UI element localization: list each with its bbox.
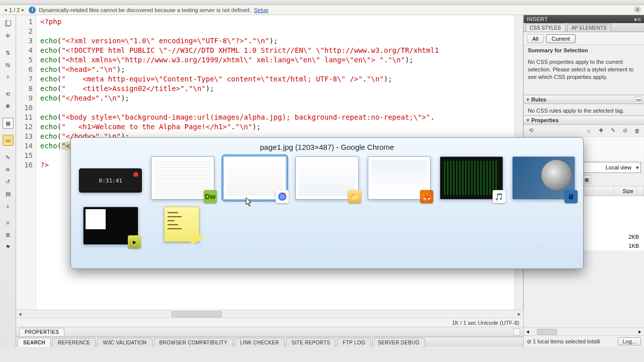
thumb-sticky-notes[interactable]: ▬▬▬▬▬▬▬▬▬▬▬▬▬▬▬▬ — [164, 207, 199, 242]
pager[interactable]: ◂ 1 / 2 ▸ — [3, 7, 26, 13]
video-icon: ▸ — [128, 235, 141, 248]
thumb-dreamweaver[interactable]: Dw — [151, 156, 214, 200]
all-button[interactable]: All — [527, 34, 544, 43]
insert-panel-header[interactable]: INSERT▾≡ — [524, 15, 644, 23]
disable-icon[interactable]: ⊘ — [621, 127, 629, 135]
tool-icon[interactable]: ✢ — [3, 30, 14, 41]
rules-header[interactable]: ▾Rules▭ — [524, 95, 644, 104]
properties-iconrow: ⟲ ⟐ ✚ ✎ ⊘ 🗑 — [524, 125, 644, 137]
line-nums-icon[interactable]: ⟲ — [3, 88, 14, 100]
alt-tab-switcher[interactable]: page1.jpg (1203×487) - Google Chrome 0:3… — [70, 137, 584, 269]
close-infobar-icon[interactable]: ✕ — [634, 6, 641, 13]
current-button[interactable]: Current — [546, 34, 576, 43]
recent-icon[interactable]: ↺ — [3, 176, 14, 187]
format-icon[interactable]: ≡ — [3, 217, 14, 228]
pager-text: 1 / 2 — [9, 7, 20, 13]
thumb-audio[interactable]: 🎵 — [440, 156, 503, 200]
chrome-icon — [276, 190, 289, 203]
chevron-down-icon: ▾ — [636, 164, 639, 171]
thumb-video[interactable]: ▸ — [83, 207, 138, 245]
monitor-icon: 🖥 — [565, 190, 578, 203]
results-tab[interactable]: W3C VALIDATION — [97, 338, 152, 347]
thumb-chrome[interactable] — [223, 156, 286, 200]
info-message: Dynamically-related files cannot be disc… — [39, 7, 251, 13]
info-icon: i — [29, 7, 36, 14]
properties-bar: PROPERTIES — [16, 327, 523, 337]
attach-icon[interactable]: ⟐ — [585, 127, 593, 135]
alt-tab-title: page1.jpg (1203×487) - Google Chrome — [79, 143, 575, 151]
panel-menu-icon[interactable]: ▾≡ — [634, 16, 641, 23]
log-button[interactable]: Log... — [618, 337, 641, 345]
rules-menu-icon[interactable]: ▭ — [635, 97, 642, 104]
thumb-desktop[interactable]: 🖥 — [512, 156, 575, 200]
results-tab[interactable]: SEARCH — [18, 338, 51, 347]
summary-title: Summary for Selection — [524, 45, 644, 55]
trash-icon[interactable]: 🗑 — [633, 127, 641, 135]
setup-link[interactable]: Setup — [254, 7, 269, 13]
format2-icon[interactable]: ≣ — [3, 229, 14, 240]
new-rule-icon[interactable]: ✚ — [597, 127, 605, 135]
edit-rule-icon[interactable]: ✎ — [609, 127, 617, 135]
link-icon[interactable]: ⟲ — [527, 127, 535, 135]
tab-ap-elements[interactable]: AP ELEMENTS — [567, 24, 611, 32]
folder-icon: 📁 — [348, 190, 361, 203]
thumb-recorder[interactable]: 0:31:41 — [79, 168, 142, 193]
properties-menu-icon[interactable] — [513, 328, 520, 335]
firefox-icon: 🦊 — [420, 190, 433, 203]
results-tab[interactable]: SITE REPORTS — [286, 338, 336, 347]
horizontal-scrollbar[interactable]: ◂▸ — [16, 310, 523, 318]
prev-icon[interactable]: ◂ — [3, 8, 8, 13]
sticky-peel-icon — [191, 234, 207, 248]
highlight-icon[interactable]: ❋ — [3, 101, 14, 112]
open-docs-icon[interactable] — [3, 18, 14, 29]
results-tab[interactable]: REFERENCE — [52, 338, 96, 347]
files-hscroll[interactable]: ◂▸ — [524, 327, 644, 335]
css-panel-tabs: CSS STYLES AP ELEMENTS — [524, 23, 644, 32]
rules-body: No CSS rules apply to the selected tag. — [524, 104, 644, 115]
outdent-icon[interactable]: ⏚ — [3, 200, 14, 211]
files-status: ⊘ 1 local items selected totalli Log... — [524, 335, 644, 347]
indent-icon[interactable]: ▤ — [3, 188, 14, 199]
svg-rect-1 — [7, 20, 11, 26]
options-icon[interactable]: ⚑ — [3, 241, 14, 252]
thumb-firefox[interactable]: 🦊 — [368, 156, 431, 200]
thumb-explorer[interactable]: 📁 — [295, 156, 358, 200]
music-icon: 🎵 — [493, 190, 506, 203]
snippet-icon[interactable]: ≋ — [3, 164, 14, 175]
syntax-color-icon[interactable]: ▦ — [3, 118, 14, 129]
properties-tab[interactable]: PROPERTIES — [19, 328, 64, 336]
results-tab[interactable]: LINK CHECKER — [234, 338, 285, 347]
dreamweaver-icon: Dw — [204, 190, 217, 203]
word-wrap-icon[interactable]: ▭ — [3, 135, 14, 146]
results-tab[interactable]: FTP LOG — [337, 338, 371, 347]
related-files-infobar: ◂ 1 / 2 ▸ i Dynamically-related files ca… — [0, 5, 644, 15]
results-tabs: SEARCHREFERENCEW3C VALIDATIONBROWSER COM… — [16, 337, 523, 347]
record-icon — [133, 172, 138, 177]
next-icon[interactable]: ▸ — [21, 8, 26, 13]
expand-icon[interactable]: ⇆ — [3, 59, 14, 70]
line-gutter: 12345678910111213141516 — [16, 15, 36, 310]
code-toolbar: ✢ ⇅ ⇆ ✧ ⟲ ❋ ▦ ▭ ✎ ≋ ↺ ▤ ⏚ ≡ ≣ ⚑ — [0, 15, 16, 347]
properties-header[interactable]: ▾Properties — [524, 116, 644, 125]
results-tab[interactable]: BROWSER COMPATIBILITY — [154, 338, 233, 347]
comment-icon[interactable]: ✎ — [3, 152, 14, 163]
tab-css-styles[interactable]: CSS STYLES — [525, 24, 566, 32]
summary-body: No CSS properties apply to the current s… — [524, 55, 644, 95]
status-bar: 1K / 1 sec Unicode (UTF-8) — [16, 318, 523, 327]
balance-icon[interactable]: ✧ — [3, 71, 14, 82]
collapse-icon[interactable]: ⇅ — [3, 47, 14, 58]
results-tab[interactable]: SERVER DEBUG — [372, 338, 425, 347]
